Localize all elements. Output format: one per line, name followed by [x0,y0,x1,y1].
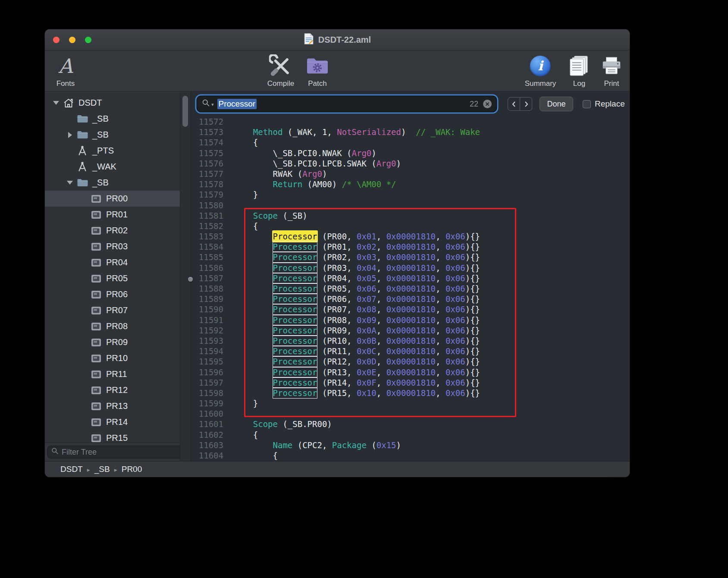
code-line[interactable]: 11598 Processor (PR15, 0x10, 0x00001810,… [191,388,630,398]
line-number: 11599 [191,398,229,408]
code-line[interactable]: 11579 } [191,189,630,200]
code-line[interactable]: 11581 Scope (_SB) [191,210,630,221]
disclosure-triangle[interactable] [51,101,61,105]
patch-button[interactable]: Patch [306,53,329,88]
sidebar-item-pr07[interactable]: PR07 [45,302,180,318]
compile-button[interactable]: Compile [267,53,294,88]
disclosure-triangle[interactable] [65,181,75,185]
maciasl-window: DSDT-22.aml A Fonts Compile [45,29,630,477]
sidebar-item-pr06[interactable]: PR06 [45,286,180,302]
sidebar-scrollbar-thumb[interactable] [182,96,188,127]
line-number: 11595 [191,356,229,367]
code-line[interactable]: 11575 \_SB.PCI0.NWAK (Arg0) [191,148,630,158]
breadcrumb-item-dsdt[interactable]: DSDT [60,465,83,474]
sidebar-item-pr08[interactable]: PR08 [45,318,180,334]
code-editor[interactable]: 1157211573 Method (_WAK, 1, NotSerialize… [191,116,630,461]
sidebar-item-pr03[interactable]: PR03 [45,239,180,254]
code-line[interactable]: 11586 Processor (PR03, 0x04, 0x00001810,… [191,263,630,273]
chip-icon [91,290,101,299]
disclosure-triangle[interactable] [65,132,75,138]
code-line[interactable]: 11582 { [191,221,630,231]
sidebar-item-label: _SB [92,178,109,188]
clear-search-icon[interactable]: ✕ [483,100,492,108]
code-line[interactable]: 11599 } [191,398,630,408]
code-line[interactable]: 11601 Scope (_SB.PR00) [191,419,630,429]
close-button[interactable] [53,37,60,43]
code-line[interactable]: 11604 { [191,450,630,461]
sidebar-item-pr04[interactable]: PR04 [45,254,180,270]
search-match: Processor [273,346,317,356]
sidebar-item-pr15[interactable]: PR15 [45,430,180,443]
code-line[interactable]: 11577 RWAK (Arg0) [191,169,630,179]
code-line[interactable]: 11594 Processor (PR11, 0x0C, 0x00001810,… [191,346,630,356]
code-line[interactable]: 11578 Return (AM00) /* \AM00 */ [191,179,630,189]
code-line[interactable]: 11590 Processor (PR07, 0x08, 0x00001810,… [191,304,630,314]
chip-icon [91,418,101,427]
sidebar-item-pr13[interactable]: PR13 [45,398,180,414]
filter-tree-input[interactable]: Filter Tree [47,446,188,459]
code-line[interactable]: 11587 Processor (PR04, 0x05, 0x00001810,… [191,273,630,283]
summary-button[interactable]: i Summary [525,53,556,88]
code-line[interactable]: 11583 Processor (PR00, 0x01, 0x00001810,… [191,231,630,242]
search-match: Processor [273,336,317,346]
find-next-button[interactable] [520,97,532,110]
zoom-button[interactable] [85,37,91,43]
code-line[interactable]: 11576 \_SB.PCI0.LPCB.SWAK (Arg0) [191,158,630,169]
done-button[interactable]: Done [540,97,573,111]
code-line[interactable]: 11596 Processor (PR13, 0x0E, 0x00001810,… [191,367,630,377]
sidebar-item-pr11[interactable]: PR11 [45,366,180,382]
sidebar-scrollbar[interactable] [180,91,191,461]
breadcrumb-item-_sb[interactable]: _SB [94,465,110,474]
splitter-handle[interactable] [188,277,193,282]
code-line[interactable]: 11595 Processor (PR12, 0x0D, 0x00001810,… [191,356,630,367]
code-line[interactable]: 11584 Processor (PR01, 0x02, 0x00001810,… [191,242,630,252]
code-line[interactable]: 11589 Processor (PR06, 0x07, 0x00001810,… [191,294,630,304]
replace-checkbox[interactable] [583,100,591,108]
search-menu-chevron-icon[interactable]: ▾ [211,102,214,107]
info-icon: i [530,56,551,76]
code-line[interactable]: 11597 Processor (PR14, 0x0F, 0x00001810,… [191,377,630,388]
code-line[interactable]: 11602 { [191,430,630,440]
find-input[interactable]: ▾ Processor 22 ✕ [197,96,496,112]
code-line[interactable]: 11572 [191,116,630,127]
sidebar-item-_wak[interactable]: _WAK [45,159,180,175]
minimize-button[interactable] [69,37,75,43]
code-line[interactable]: 11585 Processor (PR02, 0x03, 0x00001810,… [191,252,630,262]
code-line[interactable]: 11588 Processor (PR05, 0x06, 0x00001810,… [191,283,630,294]
sidebar-item-pr05[interactable]: PR05 [45,270,180,286]
sidebar-item-pr09[interactable]: PR09 [45,334,180,350]
chip-icon [91,195,101,203]
code-line[interactable]: 11580 [191,200,630,210]
sidebar-item-dsdt[interactable]: DSDT [45,95,180,111]
sidebar-item-label: DSDT [78,98,102,108]
breadcrumb-item-pr00[interactable]: PR00 [122,465,142,474]
code-line[interactable]: 11573 Method (_WAK, 1, NotSerialized) //… [191,127,630,137]
chip-icon [89,210,104,219]
sidebar-item-pr12[interactable]: PR12 [45,382,180,398]
code-line[interactable]: 11600 [191,408,630,419]
sidebar-item-_pts[interactable]: _PTS [45,143,180,159]
sidebar-item-pr10[interactable]: PR10 [45,350,180,366]
sidebar-item-_sb[interactable]: _SB [45,111,180,127]
sidebar-item-pr01[interactable]: PR01 [45,207,180,223]
search-match: Processor [273,263,317,273]
print-button[interactable]: Print [600,53,623,88]
line-number: 11590 [191,304,229,314]
code-text: Processor (PR15, 0x10, 0x00001810, 0x06)… [233,388,480,398]
fonts-button[interactable]: A Fonts [56,53,75,88]
log-button[interactable]: Log [568,53,590,88]
code-line[interactable]: 11603 Name (CPC2, Package (0x15) [191,440,630,450]
titlebar[interactable]: DSDT-22.aml [45,29,630,50]
sidebar-item-_sb[interactable]: _SB [45,127,180,143]
code-line[interactable]: 11592 Processor (PR09, 0x0A, 0x00001810,… [191,325,630,336]
find-previous-button[interactable] [508,97,520,110]
sidebar-item-_sb[interactable]: _SB [45,175,180,191]
code-line[interactable]: 11593 Processor (PR10, 0x0B, 0x00001810,… [191,336,630,346]
sidebar-item-pr14[interactable]: PR14 [45,414,180,430]
fonts-label: Fonts [56,79,75,88]
sidebar-item-pr02[interactable]: PR02 [45,223,180,239]
sidebar-item-pr00[interactable]: PR00 [45,191,180,207]
code-line[interactable]: 11591 Processor (PR08, 0x09, 0x00001810,… [191,315,630,325]
chip-icon [89,338,104,347]
code-line[interactable]: 11574 { [191,137,630,148]
